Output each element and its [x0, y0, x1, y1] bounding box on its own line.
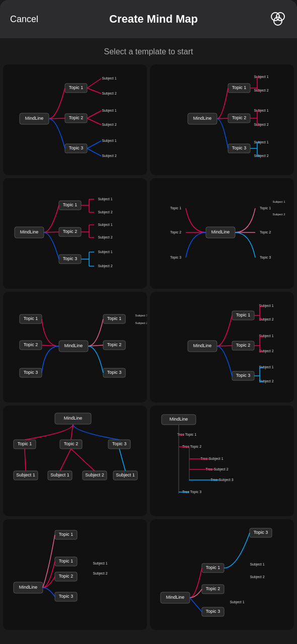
svg-line-137 — [25, 449, 26, 471]
svg-text:MindLine: MindLine — [170, 417, 188, 422]
svg-text:Topic 3: Topic 3 — [63, 256, 78, 261]
svg-text:Topic 1: Topic 1 — [59, 532, 73, 537]
subtitle: Select a template to start — [0, 38, 297, 61]
template-3[interactable]: MindLine Topic 1 Topic 2 Topic 3 Subject… — [3, 178, 147, 289]
svg-text:Topic 3: Topic 3 — [206, 609, 220, 614]
svg-text:Subject 1: Subject 1 — [135, 314, 147, 317]
svg-text:Subject 1: Subject 1 — [102, 139, 116, 143]
svg-text:Topic 1: Topic 1 — [59, 558, 73, 564]
svg-text:Topic 3: Topic 3 — [254, 530, 268, 535]
svg-text:Topic 1: Topic 1 — [260, 206, 271, 210]
svg-text:Subject 1: Subject 1 — [230, 600, 244, 604]
svg-text:Topic 2: Topic 2 — [232, 115, 247, 120]
template-grid: MindLine Topic 1 Topic 2 Topic 3 Subject… — [0, 61, 297, 633]
svg-point-2 — [274, 17, 282, 25]
svg-text:Topic 2: Topic 2 — [59, 574, 73, 579]
svg-text:Topic 2: Topic 2 — [236, 343, 251, 348]
svg-text:Topic 3: Topic 3 — [69, 145, 84, 150]
template-6[interactable]: MindLine Topic 1 Topic 2 Topic 3 Subject… — [150, 292, 294, 403]
svg-text:Subject 2: Subject 2 — [272, 213, 285, 216]
header-icon — [269, 10, 287, 28]
svg-point-1 — [276, 13, 284, 21]
template-4[interactable]: MindLine Topic 1 Topic 2 Topic 3 Topic 1… — [150, 178, 294, 289]
svg-text:MindLine: MindLine — [193, 343, 212, 348]
svg-text:Topic 2: Topic 2 — [69, 115, 84, 120]
app-header: Cancel Create Mind Map — [0, 0, 297, 38]
svg-text:Subject 2: Subject 2 — [254, 89, 268, 93]
svg-text:Subject 2: Subject 2 — [102, 154, 116, 158]
svg-text:Topic 2: Topic 2 — [64, 441, 79, 446]
svg-text:Topic 3: Topic 3 — [59, 594, 73, 599]
svg-text:Topic 2: Topic 2 — [206, 586, 220, 591]
template-7[interactable]: MindLine Topic 1 Topic 2 Topic 3 Subject… — [3, 406, 147, 516]
template-9[interactable]: MindLine Topic 1 Topic 2 Topic 3 Topic 1… — [3, 519, 147, 630]
svg-text:MindLine: MindLine — [211, 229, 230, 234]
svg-text:Topic 1: Topic 1 — [63, 202, 78, 207]
svg-text:Topic 1: Topic 1 — [107, 316, 122, 321]
svg-text:Subject 1: Subject 1 — [254, 109, 268, 113]
svg-text:Topic 1: Topic 1 — [170, 206, 181, 210]
template-10[interactable]: MindLine Topic 1 Topic 2 Topic 3 Topic 3… — [150, 519, 294, 630]
svg-text:Topic 2: Topic 2 — [63, 229, 78, 234]
svg-text:Topic 3: Topic 3 — [260, 256, 271, 260]
page-title: Create Mind Map — [109, 13, 198, 26]
svg-text:Topic 2: Topic 2 — [260, 230, 271, 234]
svg-text:Topic 3: Topic 3 — [107, 370, 122, 375]
svg-text:MindLine: MindLine — [19, 585, 38, 590]
svg-text:Subject 2: Subject 2 — [98, 210, 112, 214]
svg-text:Subject 2: Subject 2 — [102, 92, 116, 96]
svg-text:MindLine: MindLine — [25, 116, 44, 121]
svg-text:Topic 2: Topic 2 — [107, 342, 122, 347]
template-5[interactable]: MindLine Topic 1 Topic 2 Topic 3 Topic 1… — [3, 292, 147, 403]
svg-text:Topic 3: Topic 3 — [232, 145, 247, 150]
svg-text:Subject 2: Subject 2 — [102, 123, 116, 127]
svg-text:Topic 1: Topic 1 — [18, 441, 32, 446]
svg-text:Subject 1: Subject 1 — [102, 109, 116, 113]
svg-text:Subject 1: Subject 1 — [98, 223, 112, 227]
svg-text:Subject 1: Subject 1 — [254, 140, 268, 144]
svg-text:Subject 2: Subject 2 — [98, 235, 112, 239]
svg-text:Subject 2: Subject 2 — [250, 575, 264, 579]
svg-text:Topic 2: Topic 2 — [24, 342, 38, 347]
svg-text:Topic 1: Topic 1 — [69, 85, 84, 90]
svg-text:Topic 2: Topic 2 — [170, 230, 181, 234]
svg-text:Subject 2: Subject 2 — [254, 123, 268, 127]
svg-text:MindLine: MindLine — [193, 116, 212, 121]
svg-text:Subject 1: Subject 1 — [98, 250, 112, 254]
svg-text:Subject 1: Subject 1 — [254, 75, 268, 79]
svg-text:Subject 1: Subject 1 — [93, 561, 107, 566]
svg-line-139 — [71, 449, 95, 471]
svg-text:Subject 1: Subject 1 — [250, 562, 264, 567]
svg-text:MindLine: MindLine — [20, 229, 39, 234]
template-1[interactable]: MindLine Topic 1 Topic 2 Topic 3 Subject… — [3, 64, 147, 175]
svg-text:Topic 3: Topic 3 — [112, 441, 127, 446]
svg-text:Subject 2: Subject 2 — [254, 154, 268, 158]
svg-text:Subject 1: Subject 1 — [116, 472, 135, 477]
svg-text:Subject 2: Subject 2 — [135, 321, 147, 325]
svg-text:Subject 2: Subject 2 — [85, 472, 104, 477]
svg-line-138 — [60, 449, 71, 471]
svg-text:Subject 1: Subject 1 — [98, 197, 112, 201]
svg-text:MindLine: MindLine — [64, 416, 83, 421]
svg-line-140 — [119, 449, 125, 471]
template-8[interactable]: MindLine Tree Topic 1 Tree Topic 2 Tree … — [150, 406, 294, 516]
svg-text:Topic 1: Topic 1 — [206, 565, 220, 570]
svg-text:Subject 2: Subject 2 — [98, 264, 112, 268]
svg-text:Subject 1: Subject 1 — [50, 472, 69, 477]
svg-text:Topic 3: Topic 3 — [170, 256, 181, 260]
svg-text:Subject 2: Subject 2 — [93, 572, 107, 576]
svg-text:Topic 1: Topic 1 — [236, 312, 251, 317]
svg-text:Subject 1: Subject 1 — [102, 76, 116, 80]
svg-text:Topic 1: Topic 1 — [232, 85, 247, 90]
cancel-button[interactable]: Cancel — [10, 14, 38, 25]
svg-text:Topic 1: Topic 1 — [24, 316, 38, 321]
svg-text:Topic 3: Topic 3 — [24, 370, 38, 375]
template-2[interactable]: MindLine Topic 1 Topic 2 Topic 3 Subject… — [150, 64, 294, 175]
svg-text:MindLine: MindLine — [64, 343, 83, 348]
svg-text:Topic 3: Topic 3 — [236, 373, 251, 378]
svg-text:Subject 1: Subject 1 — [16, 472, 35, 477]
svg-text:Subject 1: Subject 1 — [272, 200, 285, 203]
svg-text:MindLine: MindLine — [166, 595, 185, 600]
